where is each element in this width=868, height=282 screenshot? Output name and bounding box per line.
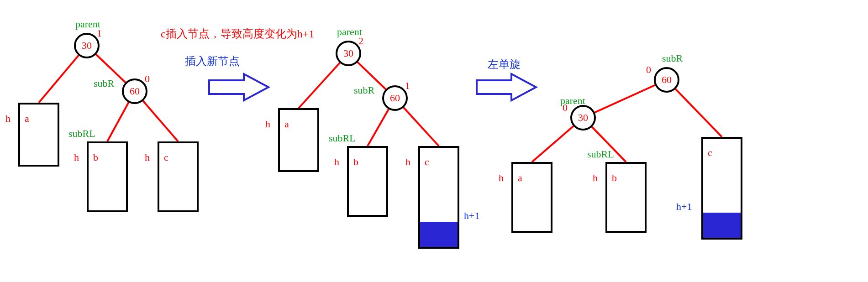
node-subR: 60: [122, 78, 147, 104]
svg-line-8: [583, 80, 667, 118]
subtree-label-b: b: [93, 151, 98, 163]
node-name-subR: subR: [354, 84, 374, 96]
height-label-c: h: [145, 151, 150, 163]
subtree-label-b: b: [353, 156, 358, 168]
subtree-label-b: b: [612, 172, 617, 184]
arrow2-label: 左单旋: [488, 57, 521, 72]
subtree-label-a: a: [518, 172, 522, 184]
height-label-a: h: [265, 118, 270, 130]
height-label-c: h: [405, 156, 410, 168]
diagram-stage: c插入节点，导致高度变化为h+1 插入新节点 左单旋 30parent160su…: [0, 0, 868, 282]
subtree-name-b: subRL: [329, 132, 356, 144]
subtree-label-c: c: [425, 156, 429, 168]
balance-parent: 1: [97, 27, 102, 39]
subtree-name-b: subRL: [68, 128, 95, 140]
arrow-icon: [475, 71, 539, 103]
subtree-insert-block: [420, 222, 458, 247]
subtree-label-a: a: [284, 118, 289, 130]
arrow-icon: [207, 71, 271, 103]
node-parent: 30: [336, 41, 361, 66]
balance-subR: 1: [405, 80, 410, 92]
balance-subR: 0: [145, 73, 150, 85]
node-subR: 60: [382, 85, 408, 111]
height-label-a: h: [5, 113, 11, 125]
node-parent: 30: [570, 105, 596, 131]
subtree-label-c: c: [164, 151, 168, 163]
height-label-b: h: [74, 151, 79, 163]
arrow1-label: 插入新节点: [185, 54, 240, 68]
height-label-b: h: [334, 156, 339, 168]
subtree-box-a: [18, 103, 59, 167]
node-parent: 30: [74, 33, 100, 58]
height-label-a: h: [499, 172, 504, 184]
node-subR: 60: [654, 67, 679, 93]
extra-label-c: h+1: [464, 210, 479, 222]
subtree-box-a: [278, 108, 319, 172]
subtree-insert-block: [703, 213, 741, 238]
svg-marker-12: [209, 74, 268, 100]
node-name-subR: subR: [662, 52, 683, 64]
subtree-name-b: subRL: [587, 148, 614, 160]
subtree-label-c: c: [708, 147, 712, 159]
extra-label-c: h+1: [676, 201, 692, 213]
balance-parent: 2: [358, 35, 363, 47]
svg-marker-13: [477, 74, 536, 100]
subtree-label-a: a: [25, 113, 29, 125]
node-name-subR: subR: [94, 78, 114, 89]
height-label-b: h: [593, 172, 598, 184]
annotation-title: c插入节点，导致高度变化为h+1: [161, 26, 314, 41]
balance-subR: 0: [646, 64, 651, 76]
balance-parent: 0: [563, 102, 568, 114]
